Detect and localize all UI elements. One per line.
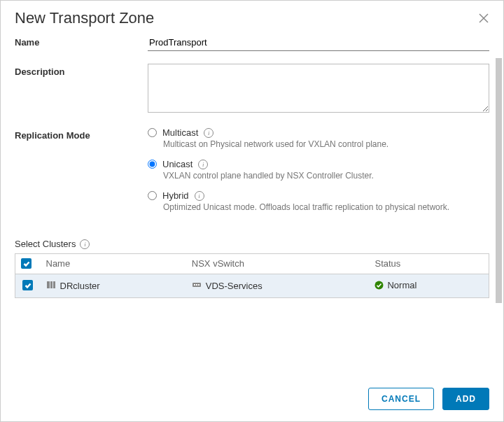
cell-vswitch: VDS-Services bbox=[186, 274, 370, 297]
replication-name: Multicast bbox=[162, 127, 198, 138]
status-ok-icon bbox=[374, 281, 384, 290]
radio-unicast[interactable] bbox=[148, 160, 157, 169]
cluster-icon bbox=[46, 280, 56, 292]
replication-desc: Multicast on Physical network used for V… bbox=[163, 139, 489, 149]
clusters-table: Name NSX vSwitch Status DRcluster bbox=[15, 253, 489, 298]
replication-desc: Optimized Unicast mode. Offloads local t… bbox=[163, 202, 489, 212]
description-textarea[interactable] bbox=[148, 64, 489, 113]
replication-desc: VXLAN control plane handled by NSX Contr… bbox=[163, 171, 489, 181]
name-input[interactable] bbox=[148, 34, 489, 51]
checkbox-checked-icon[interactable] bbox=[22, 280, 33, 290]
description-row: Description bbox=[15, 64, 489, 115]
radio-multicast[interactable] bbox=[148, 128, 157, 137]
info-icon[interactable]: i bbox=[195, 191, 204, 201]
radio-hybrid[interactable] bbox=[148, 191, 157, 200]
dialog-footer: CANCEL ADD bbox=[1, 377, 503, 421]
cell-name: DRcluster bbox=[41, 274, 186, 297]
table-header-row: Name NSX vSwitch Status bbox=[15, 254, 489, 274]
select-clusters-text: Select Clusters bbox=[15, 239, 76, 249]
svg-rect-6 bbox=[194, 284, 195, 286]
col-name[interactable]: Name bbox=[41, 254, 186, 274]
replication-option-unicast: Unicast i VXLAN control plane handled by… bbox=[148, 159, 489, 181]
description-label: Description bbox=[15, 64, 148, 77]
cancel-button[interactable]: CANCEL bbox=[368, 388, 434, 410]
replication-radio-multicast[interactable]: Multicast i bbox=[148, 127, 489, 138]
cell-name-text: DRcluster bbox=[60, 281, 100, 291]
row-checkbox-cell[interactable] bbox=[15, 274, 41, 297]
replication-label: Replication Mode bbox=[15, 127, 148, 141]
svg-rect-8 bbox=[198, 284, 200, 286]
header-checkbox-cell[interactable] bbox=[15, 254, 41, 274]
name-label: Name bbox=[15, 34, 148, 48]
svg-point-9 bbox=[375, 281, 384, 289]
checkbox-checked-icon[interactable] bbox=[21, 258, 31, 269]
replication-name: Hybrid bbox=[162, 190, 189, 201]
cell-status-text: Normal bbox=[387, 280, 416, 290]
replication-radio-hybrid[interactable]: Hybrid i bbox=[148, 190, 489, 201]
info-icon[interactable]: i bbox=[198, 160, 208, 169]
svg-rect-4 bbox=[53, 281, 55, 288]
table-row[interactable]: DRcluster VDS-Services bbox=[15, 274, 489, 297]
replication-row: Replication Mode Multicast i Multicast o… bbox=[15, 127, 489, 222]
svg-rect-7 bbox=[196, 284, 197, 286]
col-vswitch[interactable]: NSX vSwitch bbox=[186, 254, 370, 274]
replication-option-hybrid: Hybrid i Optimized Unicast mode. Offload… bbox=[148, 190, 489, 212]
scrollbar[interactable] bbox=[496, 37, 502, 359]
cell-vswitch-text: VDS-Services bbox=[206, 281, 262, 291]
svg-rect-2 bbox=[47, 281, 50, 288]
replication-radio-unicast[interactable]: Unicast i bbox=[148, 159, 489, 169]
info-icon[interactable]: i bbox=[80, 239, 90, 249]
svg-rect-3 bbox=[50, 281, 52, 288]
info-icon[interactable]: i bbox=[204, 128, 214, 138]
scrollbar-thumb[interactable] bbox=[496, 58, 502, 303]
cell-status: Normal bbox=[369, 274, 489, 297]
dialog-body: Name Description Replication Mode Multic… bbox=[1, 31, 503, 360]
dialog-header: New Transport Zone bbox=[1, 1, 503, 31]
col-status[interactable]: Status bbox=[369, 254, 489, 274]
add-button[interactable]: ADD bbox=[442, 388, 489, 410]
close-icon[interactable] bbox=[478, 13, 489, 24]
replication-name: Unicast bbox=[162, 159, 192, 169]
select-clusters-label: Select Clusters i bbox=[15, 239, 489, 249]
name-row: Name bbox=[15, 34, 489, 51]
dialog-title: New Transport Zone bbox=[15, 9, 154, 27]
replication-option-multicast: Multicast i Multicast on Physical networ… bbox=[148, 127, 489, 149]
vswitch-icon bbox=[192, 280, 202, 292]
